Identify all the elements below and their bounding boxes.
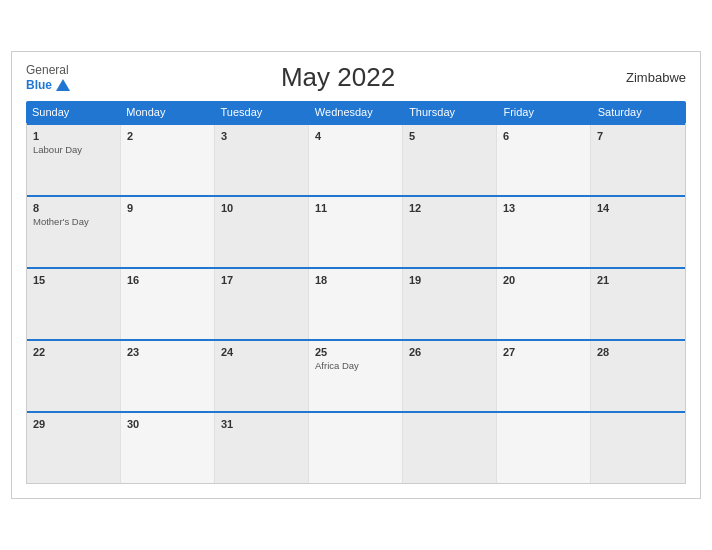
day-cell-26: 26 [403,341,497,411]
week-row-5: 29 30 31 [27,411,685,483]
calendar-wrapper: General Blue May 2022 Zimbabwe Sunday Mo… [11,51,701,499]
day-cell-14: 14 [591,197,685,267]
day-cell-28: 28 [591,341,685,411]
day-cell-13: 13 [497,197,591,267]
day-cell-15: 15 [27,269,121,339]
day-cell-23: 23 [121,341,215,411]
day-cell-5: 5 [403,125,497,195]
header-tuesday: Tuesday [215,101,309,123]
day-cell-4: 4 [309,125,403,195]
day-cell-8: 8 Mother's Day [27,197,121,267]
header-sunday: Sunday [26,101,120,123]
header-monday: Monday [120,101,214,123]
header-friday: Friday [497,101,591,123]
day-cell-10: 10 [215,197,309,267]
day-cell-19: 19 [403,269,497,339]
calendar-title: May 2022 [70,62,606,93]
day-cell-21: 21 [591,269,685,339]
day-cell-22: 22 [27,341,121,411]
day-cell-16: 16 [121,269,215,339]
day-cell-1: 1 Labour Day [27,125,121,195]
day-cell-17: 17 [215,269,309,339]
calendar-grid: 1 Labour Day 2 3 4 5 6 7 [26,123,686,484]
logo: General Blue [26,63,70,92]
header-saturday: Saturday [592,101,686,123]
day-cell-empty-2 [403,413,497,483]
logo-general-text: General [26,63,69,77]
day-cell-30: 30 [121,413,215,483]
day-cell-29: 29 [27,413,121,483]
day-cell-empty-1 [309,413,403,483]
week-row-2: 8 Mother's Day 9 10 11 12 13 14 [27,195,685,267]
day-cell-18: 18 [309,269,403,339]
calendar-country: Zimbabwe [606,70,686,85]
header-wednesday: Wednesday [309,101,403,123]
day-cell-11: 11 [309,197,403,267]
day-cell-27: 27 [497,341,591,411]
header-thursday: Thursday [403,101,497,123]
day-cell-empty-4 [591,413,685,483]
week-row-3: 15 16 17 18 19 20 21 [27,267,685,339]
day-cell-3: 3 [215,125,309,195]
logo-blue-text: Blue [26,78,52,92]
day-headers-row: Sunday Monday Tuesday Wednesday Thursday… [26,101,686,123]
day-cell-6: 6 [497,125,591,195]
logo-triangle-icon [56,79,70,91]
day-cell-24: 24 [215,341,309,411]
day-cell-9: 9 [121,197,215,267]
day-cell-25: 25 Africa Day [309,341,403,411]
day-cell-20: 20 [497,269,591,339]
calendar-header: General Blue May 2022 Zimbabwe [26,62,686,93]
day-cell-31: 31 [215,413,309,483]
day-cell-empty-3 [497,413,591,483]
day-cell-7: 7 [591,125,685,195]
day-cell-2: 2 [121,125,215,195]
day-cell-12: 12 [403,197,497,267]
week-row-1: 1 Labour Day 2 3 4 5 6 7 [27,123,685,195]
week-row-4: 22 23 24 25 Africa Day 26 27 28 [27,339,685,411]
